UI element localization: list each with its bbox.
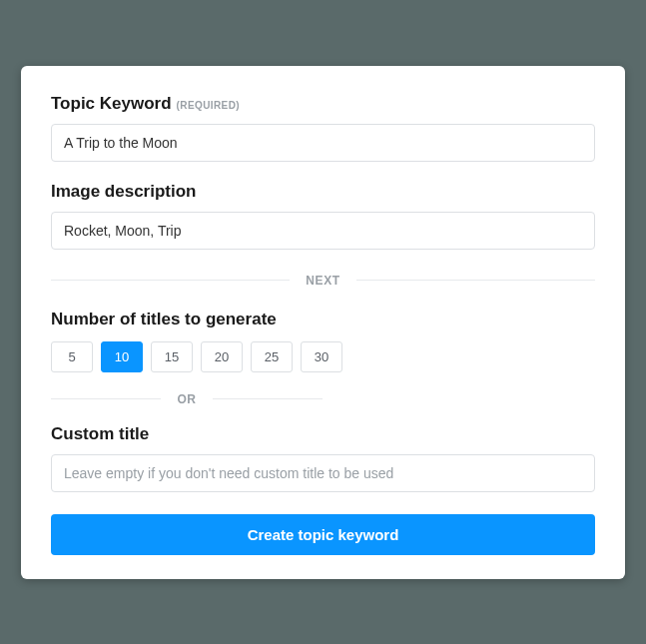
divider-next-text: NEXT — [290, 274, 355, 288]
custom-title-group: Custom title — [51, 424, 595, 492]
create-topic-keyword-button[interactable]: Create topic keyword — [51, 514, 595, 555]
divider-or-text: OR — [161, 392, 212, 406]
num-option-10[interactable]: 10 — [101, 341, 143, 372]
image-description-input[interactable] — [51, 212, 595, 250]
topic-keyword-group: Topic Keyword (REQUIRED) — [51, 94, 595, 162]
number-of-titles-label: Number of titles to generate — [51, 310, 595, 329]
num-option-30[interactable]: 30 — [301, 341, 342, 372]
number-of-titles-group: Number of titles to generate 5 10 15 20 … — [51, 310, 595, 372]
divider-next: NEXT — [51, 274, 595, 288]
divider-or: OR — [51, 392, 323, 406]
num-option-5[interactable]: 5 — [51, 341, 93, 372]
num-option-20[interactable]: 20 — [201, 341, 243, 372]
custom-title-input[interactable] — [51, 454, 595, 492]
image-description-group: Image description — [51, 182, 595, 250]
topic-keyword-input[interactable] — [51, 124, 595, 162]
topic-keyword-label: Topic Keyword (REQUIRED) — [51, 94, 595, 114]
custom-title-label: Custom title — [51, 424, 595, 444]
custom-title-label-text: Custom title — [51, 424, 149, 444]
num-option-15[interactable]: 15 — [151, 341, 193, 372]
number-of-titles-label-text: Number of titles to generate — [51, 310, 277, 329]
image-description-label: Image description — [51, 182, 595, 202]
form-card: Topic Keyword (REQUIRED) Image descripti… — [21, 66, 625, 579]
num-option-25[interactable]: 25 — [251, 341, 293, 372]
image-description-label-text: Image description — [51, 182, 196, 202]
required-tag: (REQUIRED) — [177, 100, 240, 111]
topic-keyword-label-text: Topic Keyword — [51, 94, 172, 114]
number-options: 5 10 15 20 25 30 — [51, 341, 595, 372]
